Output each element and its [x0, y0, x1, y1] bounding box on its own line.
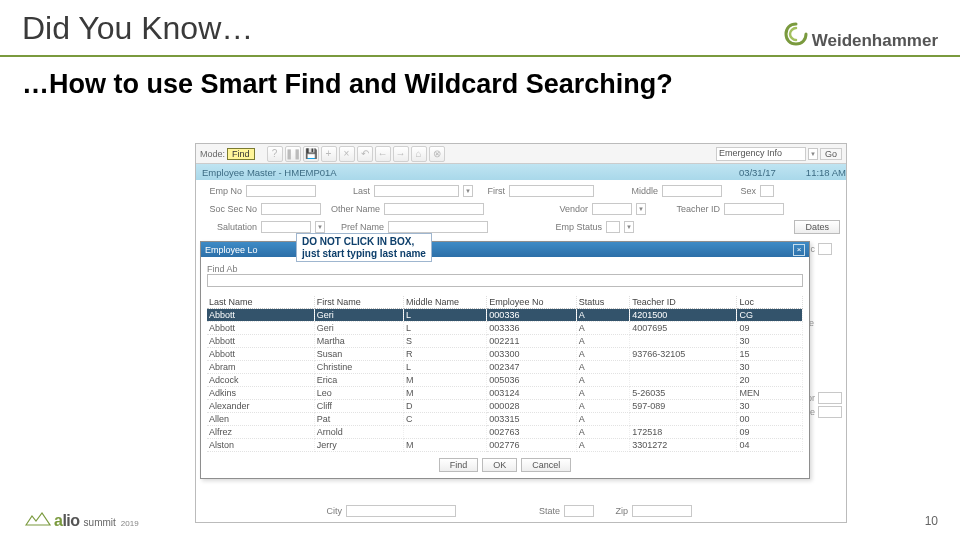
zip-field[interactable]: [632, 505, 692, 517]
find-label: Find Ab: [207, 264, 238, 274]
zip-label: Zip: [598, 506, 628, 516]
callout-line2: just start typing last name: [302, 248, 426, 260]
sex-label: Sex: [726, 186, 756, 196]
table-row[interactable]: AbramChristineL002347A30: [207, 361, 803, 374]
chevron-down-icon[interactable]: ▼: [315, 221, 325, 233]
save-icon[interactable]: 💾: [303, 146, 319, 162]
column-header[interactable]: Last Name: [207, 296, 314, 309]
tab-title: Employee Master - HMEMP01A: [202, 167, 337, 178]
pause-icon[interactable]: ❚❚: [285, 146, 301, 162]
dates-button[interactable]: Dates: [794, 220, 840, 234]
city-label: City: [202, 506, 342, 516]
ssn-label: Soc Sec No: [202, 204, 257, 214]
prev-icon[interactable]: ←: [375, 146, 391, 162]
last-field[interactable]: [374, 185, 459, 197]
teacherid-label: Teacher ID: [650, 204, 720, 214]
go-button[interactable]: Go: [820, 148, 842, 160]
table-row[interactable]: AlexanderCliffD000028A597-08930: [207, 400, 803, 413]
home-icon[interactable]: ⌂: [411, 146, 427, 162]
chevron-down-icon[interactable]: ▼: [624, 221, 634, 233]
app-screenshot: Mode: Find ? ❚❚ 💾 + × ↶ ← → ⌂ ⊗ Emergenc…: [195, 143, 847, 523]
callout-line1: DO NOT CLICK IN BOX,: [302, 236, 426, 248]
empno-field[interactable]: [246, 185, 316, 197]
state-field[interactable]: [564, 505, 594, 517]
brand-logo: Weidenhammer: [784, 22, 938, 51]
help-icon[interactable]: ?: [267, 146, 283, 162]
form-area: Emp No Last ▼ First Middle Sex Soc Sec N…: [196, 180, 846, 236]
next-icon[interactable]: →: [393, 146, 409, 162]
mountain-icon: [24, 512, 52, 526]
othername-label: Other Name: [325, 204, 380, 214]
footer-alio: alio: [54, 512, 80, 530]
cancel-button[interactable]: Cancel: [521, 458, 571, 472]
instruction-callout: DO NOT CLICK IN BOX, just start typing l…: [296, 233, 432, 262]
column-header[interactable]: First Name: [314, 296, 403, 309]
employee-lookup-popup: Employee Lo × Find Ab Last NameFirst Nam…: [200, 241, 810, 479]
column-header[interactable]: Middle Name: [404, 296, 487, 309]
footer-logo: alio summit 2019: [24, 512, 139, 530]
chevron-down-icon[interactable]: ▼: [463, 185, 473, 197]
table-row[interactable]: AbbottGeriL000336A4201500CG: [207, 309, 803, 322]
popup-titlebar: Employee Lo ×: [201, 242, 809, 257]
salutation-label: Salutation: [202, 222, 257, 232]
find-input[interactable]: [207, 274, 803, 287]
empno-label: Emp No: [202, 186, 242, 196]
slide-subtitle: …How to use Smart Find and Wildcard Sear…: [0, 57, 960, 110]
empstatus-label: Emp Status: [492, 222, 602, 232]
close-icon[interactable]: ×: [793, 244, 805, 256]
table-row[interactable]: AbbottSusanR003300A93766-3210515: [207, 348, 803, 361]
prefname-label: Pref Name: [329, 222, 384, 232]
footer-summit: summit: [84, 517, 116, 528]
first-field[interactable]: [509, 185, 594, 197]
ssn-field[interactable]: [261, 203, 321, 215]
mode-indicator: Find: [227, 148, 255, 160]
state-label: State: [460, 506, 560, 516]
othername-field[interactable]: [384, 203, 484, 215]
table-row[interactable]: AlstonJerryM002776A330127204: [207, 439, 803, 452]
tab-time: 11:18 AM: [806, 167, 846, 178]
chevron-down-icon[interactable]: ▼: [636, 203, 646, 215]
popup-title-text: Employee Lo: [205, 245, 258, 255]
prefname-field[interactable]: [388, 221, 488, 233]
results-grid[interactable]: Last NameFirst NameMiddle NameEmployee N…: [201, 296, 809, 452]
chevron-down-icon[interactable]: ▼: [808, 148, 818, 160]
mode-label: Mode:: [200, 149, 225, 159]
table-row[interactable]: AllenPatC003315A00: [207, 413, 803, 426]
middle-label: Middle: [598, 186, 658, 196]
first-label: First: [477, 186, 505, 196]
vendor-label: Vendor: [488, 204, 588, 214]
middle-field[interactable]: [662, 185, 722, 197]
table-row[interactable]: AlfrezArnold002763A17251809: [207, 426, 803, 439]
nav-combo[interactable]: Emergency Info: [716, 147, 806, 161]
table-row[interactable]: AdcockEricaM005036A20: [207, 374, 803, 387]
ok-button[interactable]: OK: [482, 458, 517, 472]
delete-icon[interactable]: ×: [339, 146, 355, 162]
teacherid-field[interactable]: [724, 203, 784, 215]
sex-field[interactable]: [760, 185, 774, 197]
city-field[interactable]: [346, 505, 456, 517]
table-row[interactable]: AdkinsLeoM003124A5-26035MEN: [207, 387, 803, 400]
last-label: Last: [320, 186, 370, 196]
close-icon[interactable]: ⊗: [429, 146, 445, 162]
page-number: 10: [925, 514, 938, 528]
find-button[interactable]: Find: [439, 458, 479, 472]
brand-name: Weidenhammer: [812, 31, 938, 51]
tab-bar: Employee Master - HMEMP01A 03/31/17 11:1…: [196, 164, 846, 180]
app-toolbar: Mode: Find ? ❚❚ 💾 + × ↶ ← → ⌂ ⊗ Emergenc…: [196, 144, 846, 164]
empstatus-field[interactable]: [606, 221, 620, 233]
column-header[interactable]: Loc: [737, 296, 803, 309]
tab-date: 03/31/17: [739, 167, 776, 178]
vendor-field[interactable]: [592, 203, 632, 215]
column-header[interactable]: Status: [576, 296, 630, 309]
add-icon[interactable]: +: [321, 146, 337, 162]
table-row[interactable]: AbbottMarthaS002211A30: [207, 335, 803, 348]
footer-year: 2019: [121, 519, 139, 528]
column-header[interactable]: Teacher ID: [630, 296, 737, 309]
undo-icon[interactable]: ↶: [357, 146, 373, 162]
column-header[interactable]: Employee No: [487, 296, 576, 309]
salutation-field[interactable]: [261, 221, 311, 233]
brand-swirl-icon: [784, 22, 808, 46]
table-row[interactable]: AbbottGeriL003336A400769509: [207, 322, 803, 335]
